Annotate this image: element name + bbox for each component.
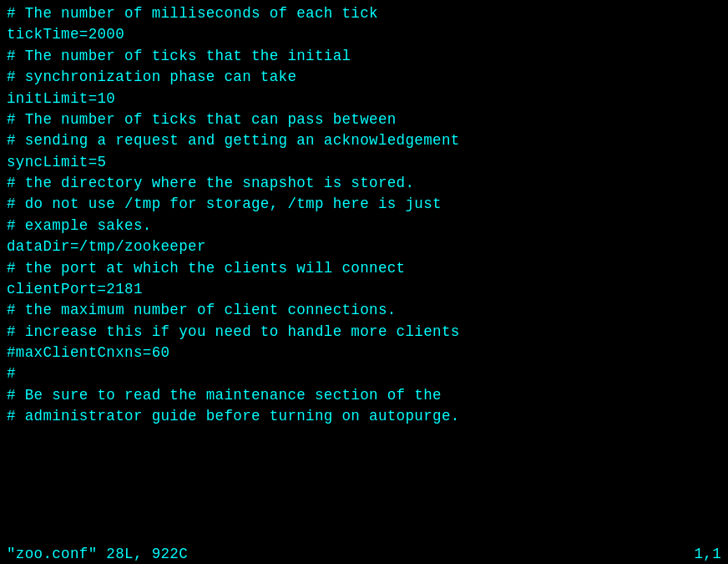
editor-line: tickTime=2000 (7, 24, 721, 45)
editor-line: # The number of milliseconds of each tic… (7, 3, 721, 24)
status-left: "zoo.conf" 28L, 922C (7, 546, 188, 562)
editor-line: # sending a request and getting an ackno… (7, 130, 721, 151)
editor-line: # increase this if you need to handle mo… (7, 322, 721, 343)
editor-container: # The number of milliseconds of each tic… (0, 0, 728, 564)
editor-line: # Be sure to read the maintenance sectio… (7, 385, 721, 406)
editor-line: # synchronization phase can take (7, 67, 721, 88)
editor-line: # the maximum number of client connectio… (7, 300, 721, 321)
status-right: 1,1 (694, 546, 721, 562)
editor-line: # (7, 363, 721, 384)
editor-line: clientPort=2181 (7, 279, 721, 300)
status-bar: "zoo.conf" 28L, 922C 1,1 (0, 544, 728, 564)
editor-content[interactable]: # The number of milliseconds of each tic… (0, 0, 728, 544)
editor-line: # do not use /tmp for storage, /tmp here… (7, 194, 721, 215)
editor-line: dataDir=/tmp/zookeeper (7, 236, 721, 257)
editor-line: initLimit=10 (7, 89, 721, 109)
editor-line: # The number of ticks that can pass betw… (7, 109, 721, 130)
editor-line (7, 428, 721, 449)
editor-line: # the directory where the snapshot is st… (7, 173, 721, 194)
editor-line: # The number of ticks that the initial (7, 46, 721, 67)
editor-line: # the port at which the clients will con… (7, 258, 721, 279)
editor-line: syncLimit=5 (7, 152, 721, 173)
editor-line: # administrator guide before turning on … (7, 406, 721, 427)
editor-line: #maxClientCnxns=60 (7, 343, 721, 363)
editor-line: # example sakes. (7, 216, 721, 236)
